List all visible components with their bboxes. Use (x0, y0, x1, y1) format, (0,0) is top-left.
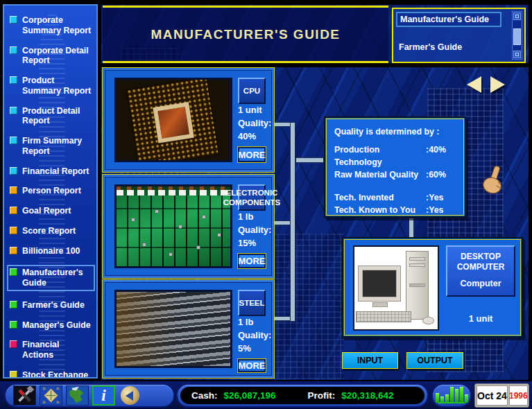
sidebar-item-label: Financial Actions (22, 340, 92, 360)
info-button[interactable]: i (92, 385, 115, 406)
ingredient-card-cpu: CPU 1 unit Quality: 40% MORE (103, 68, 274, 172)
sidebar-item-label: Manufacturer's Guide (22, 268, 92, 288)
sidebar-item-person-report[interactable]: Person Report (8, 185, 94, 197)
menu-bullet-icon (10, 268, 17, 276)
tools-icon (14, 385, 35, 406)
tools-button[interactable] (13, 385, 36, 406)
sidebar-item-product-summary-report[interactable]: Product Summary Report (8, 75, 94, 97)
sidebar-item-corporate-detail-report[interactable]: Corporate Detail Report (8, 45, 94, 67)
cpu-qty: 1 unit (238, 104, 266, 117)
sidebar-item-product-detail-report[interactable]: Product Detail Report (8, 105, 94, 128)
menu-bullet-icon (10, 186, 17, 194)
product-qty: 1 unit (446, 313, 515, 324)
sidebar-item-label: Corporate Summary Report (22, 15, 92, 36)
quality-row-value: :Yes (426, 192, 456, 204)
menu-bullet-icon (10, 167, 17, 175)
sidebar-item-label: Farmer's Guide (22, 300, 92, 311)
electronic-components-stats: 1 lb Quality: 15% (238, 211, 266, 250)
sidebar-item-label: Product Summary Report (22, 76, 92, 96)
prev-arrow-icon[interactable] (467, 76, 481, 93)
report-sidebar: Corporate Summary ReportCorporate Detail… (3, 4, 98, 378)
electronic-components-qty: 1 lb (238, 211, 266, 224)
menu-bullet-icon (10, 16, 17, 24)
next-arrow-icon[interactable] (490, 76, 505, 93)
cash-value: $26,087,196 (224, 390, 276, 401)
sidebar-item-financial-actions[interactable]: Financial Actions (8, 339, 94, 361)
cpu-more-button[interactable]: MORE (238, 147, 266, 162)
connector-line (274, 122, 291, 127)
sidebar-item-label: Manager's Guide (22, 320, 92, 331)
back-button[interactable] (119, 385, 141, 406)
steel-qty: 1 lb (238, 316, 266, 329)
date-value: Oct 24 (477, 385, 508, 406)
quality-row-value: :40% (426, 144, 456, 169)
sidebar-item-label: Stock Exchange (22, 370, 92, 378)
electronic-components-more-button[interactable]: MORE (238, 254, 266, 268)
quality-row-label: Tech. Invented (334, 192, 426, 204)
sidebar-item-label: Corporate Detail Report (22, 46, 92, 67)
quality-row-value: :Yes (426, 204, 456, 217)
year-value: 1996 (509, 385, 528, 406)
sidebar-item-farmer-s-guide[interactable]: Farmer's Guide (8, 299, 94, 311)
electronic-components-name-button[interactable]: ELECTRONIC COMPONENTS (238, 184, 266, 211)
product-name-button[interactable]: DESKTOP COMPUTER Computer (446, 245, 515, 297)
desktop-computer-photo (353, 245, 439, 331)
game-screen: Corporate Summary ReportCorporate Detail… (0, 0, 532, 409)
guide-scrollbar[interactable] (512, 11, 522, 60)
quality-row-value: :60% (426, 169, 456, 182)
profit-label: Profit: (308, 390, 336, 401)
menu-bullet-icon (10, 46, 17, 54)
world-map-button[interactable] (66, 385, 89, 406)
guide-item-manufacturers[interactable]: Manufacturer's Guide (396, 12, 501, 27)
menu-bullet-icon (10, 107, 17, 114)
sidebar-item-goal-report[interactable]: Goal Report (8, 205, 94, 217)
sidebar-item-corporate-summary-report[interactable]: Corporate Summary Report (8, 15, 94, 37)
sidebar-item-score-report[interactable]: Score Report (8, 225, 94, 237)
scroll-down-button[interactable] (513, 51, 521, 58)
sidebar-item-billionaire-100[interactable]: Billionaire 100 (8, 245, 94, 257)
sidebar-item-manager-s-guide[interactable]: Manager's Guide (8, 320, 94, 331)
guide-item-farmers[interactable]: Farmer's Guide (396, 41, 501, 53)
chart-button[interactable] (431, 383, 472, 408)
menu-bullet-icon (10, 247, 17, 254)
menu-bullet-icon (10, 301, 17, 308)
cpu-name-button[interactable]: CPU (238, 78, 266, 104)
status-bar: i Cash: $26,087,196 Profit: $20,318,642 … (0, 380, 532, 409)
menu-bullet-icon (10, 137, 17, 144)
steel-name-button[interactable]: STEEL (238, 290, 266, 316)
connector-line (274, 220, 291, 225)
connector-line (295, 157, 324, 163)
sidebar-item-financial-report[interactable]: Financial Report (8, 166, 94, 177)
steel-more-button[interactable]: MORE (238, 359, 266, 372)
product-category: Computer (447, 279, 514, 288)
chart-icon (438, 402, 465, 403)
menu-bullet-icon (10, 207, 17, 214)
date-display: Oct 24 1996 (474, 383, 529, 408)
sidebar-item-stock-exchange[interactable]: Stock Exchange (8, 369, 94, 378)
info-icon: i (101, 388, 105, 403)
menu-bullet-icon (10, 227, 17, 234)
menu-bullet-icon (10, 76, 17, 84)
sidebar-item-label: Billionaire 100 (22, 246, 92, 256)
scroll-up-button[interactable] (513, 12, 521, 20)
quality-box-title: Quality is determined by : (334, 127, 456, 137)
sidebar-item-label: Firm Summary Report (22, 136, 92, 157)
menu-bullet-icon (10, 321, 17, 329)
toolbar: i (4, 383, 175, 408)
cpu-stats: 1 unit Quality: 40% (238, 104, 266, 143)
output-button[interactable]: OUTPUT (406, 352, 463, 369)
sidebar-item-label: Score Report (22, 226, 92, 236)
sidebar-item-firm-summary-report[interactable]: Firm Summary Report (8, 135, 94, 157)
sidebar-item-manufacturer-s-guide[interactable]: Manufacturer's Guide (7, 265, 95, 291)
city-map-button[interactable] (40, 385, 62, 406)
product-name: DESKTOP COMPUTER (447, 252, 514, 272)
steel-stats: 1 lb Quality: 5% (238, 316, 266, 356)
ingredient-card-electronic-components: ELECTRONIC COMPONENTS 1 lb Quality: 15% … (103, 175, 274, 278)
product-box-desktop-computer: DESKTOP COMPUTER Computer 1 unit (342, 237, 523, 338)
circuit-board-photo (114, 184, 232, 268)
scroll-thumb[interactable] (513, 28, 521, 45)
cpu-quality: Quality: 40% (238, 117, 266, 143)
input-button[interactable]: INPUT (342, 352, 398, 369)
title-bar: MANUFACTURER'S GUIDE (103, 6, 388, 63)
menu-bullet-icon (10, 371, 17, 378)
